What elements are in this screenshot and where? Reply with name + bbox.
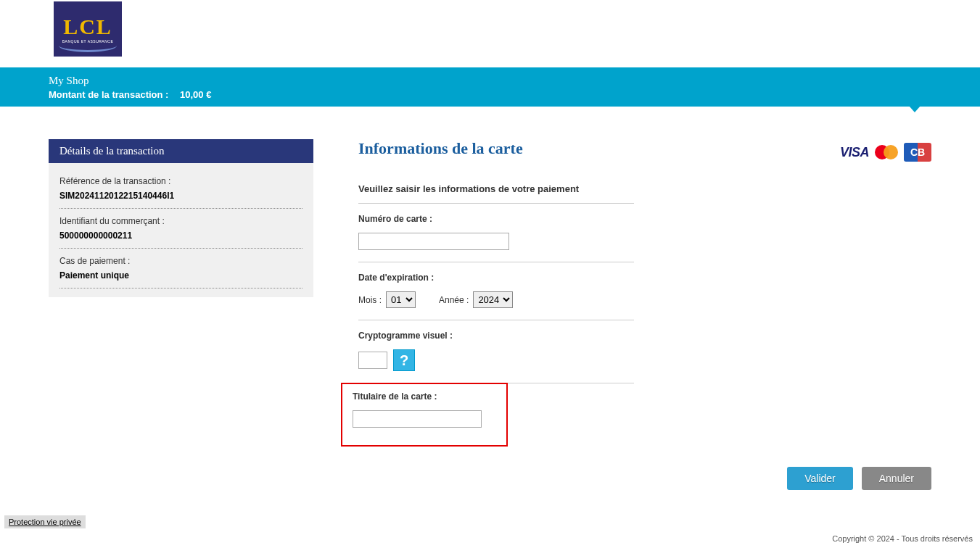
payment-form-area: VISA CB Informations de la carte Veuille… — [358, 139, 931, 490]
header-pointer — [909, 106, 921, 112]
payment-case-label: Cas de paiement : — [59, 256, 302, 266]
detail-reference: Référence de la transaction : SIM2024112… — [59, 172, 302, 209]
shop-name: My Shop — [49, 75, 980, 87]
card-number-input[interactable] — [358, 233, 509, 250]
form-instruction: Veuillez saisir les informations de votr… — [358, 183, 931, 194]
card-number-row: Numéro de carte : — [358, 203, 634, 262]
reference-value: SIM2024112012215140446I1 — [59, 191, 302, 201]
main-content: Détails de la transaction Référence de l… — [0, 107, 980, 505]
logo-text: LCL — [63, 14, 112, 39]
validate-button[interactable]: Valider — [787, 467, 853, 490]
privacy-link[interactable]: Protection vie privée — [4, 515, 86, 528]
transaction-details-sidebar: Détails de la transaction Référence de l… — [49, 139, 313, 490]
month-select[interactable]: 01 — [386, 291, 416, 308]
sidebar-title: Détails de la transaction — [49, 139, 313, 163]
cvv-row: Cryptogramme visuel : ? — [358, 320, 634, 383]
lcl-logo: LCL BANQUE ET ASSURANCE — [54, 1, 122, 57]
card-number-label: Numéro de carte : — [358, 214, 634, 224]
cb-icon: CB — [904, 143, 931, 162]
payment-case-value: Paiement unique — [59, 270, 302, 281]
copyright-text: Copyright © 2024 - Tous droits réservés — [0, 528, 980, 544]
cvv-input[interactable] — [358, 352, 387, 369]
mastercard-icon — [875, 145, 898, 159]
amount-label: Montant de la transaction : — [49, 89, 168, 100]
cardholder-section: Titulaire de la carte : — [358, 383, 634, 447]
cvv-label: Cryptogramme visuel : — [358, 331, 634, 341]
cardholder-label: Titulaire de la carte : — [353, 391, 496, 402]
footer: Protection vie privée Copyright © 2024 -… — [0, 515, 980, 544]
header-top: LCL BANQUE ET ASSURANCE — [0, 0, 980, 67]
accepted-cards: VISA CB — [840, 143, 931, 162]
cancel-button[interactable]: Annuler — [862, 467, 931, 490]
detail-payment-case: Cas de paiement : Paiement unique — [59, 252, 302, 288]
detail-merchant: Identifiant du commerçant : 500000000000… — [59, 212, 302, 249]
year-select[interactable]: 2024 — [473, 291, 513, 308]
visa-icon: VISA — [840, 145, 869, 160]
action-buttons: Valider Annuler — [358, 467, 931, 490]
cvv-help-button[interactable]: ? — [393, 349, 415, 371]
cardholder-highlighted-box: Titulaire de la carte : — [341, 383, 508, 447]
amount-line: Montant de la transaction : 10,00 € — [49, 89, 980, 100]
expiry-row: Date d'expiration : Mois : 01 Année : 20… — [358, 262, 634, 320]
merchant-value: 500000000000211 — [59, 231, 302, 241]
year-label: Année : — [439, 295, 469, 305]
logo-swoosh — [59, 39, 117, 52]
cardholder-input[interactable] — [353, 410, 482, 428]
month-label: Mois : — [358, 295, 382, 305]
merchant-label: Identifiant du commerçant : — [59, 216, 302, 226]
transaction-header: My Shop Montant de la transaction : 10,0… — [0, 67, 980, 107]
reference-label: Référence de la transaction : — [59, 176, 302, 186]
expiry-label: Date d'expiration : — [358, 273, 634, 283]
amount-value: 10,00 € — [180, 89, 211, 100]
